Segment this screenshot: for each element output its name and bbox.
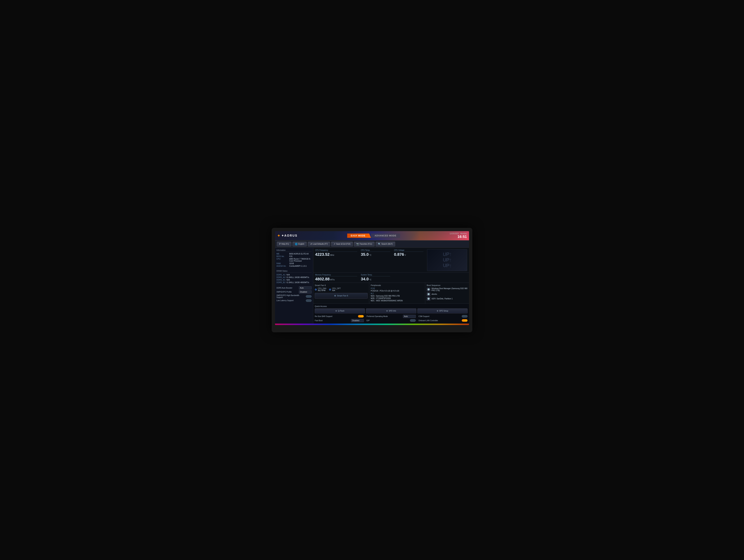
low-latency-row: Low Latency Support xyxy=(276,299,312,302)
preferred-mode-setting: Preferred Operating Mode Auto xyxy=(367,315,416,318)
load-defaults-button[interactable]: ↺ Load Defaults (F7) xyxy=(308,242,330,246)
boot-item-2: 💿 UEFI: SanDisk, Partition 1 xyxy=(427,297,468,301)
dram-a1-row: DDR5_A1 N/A xyxy=(276,274,312,276)
language-button[interactable]: 🌐 English xyxy=(293,242,307,246)
search-icon: 🔍 xyxy=(378,243,381,245)
sys-temp-unit: °C xyxy=(369,279,371,281)
boot-icon-2: 💿 xyxy=(427,297,430,301)
dram-section: DRAM Status DDR5_A1 N/A DDR5_A2 G.SKILL … xyxy=(276,270,312,283)
cpu-fan-rpm: 862 RPM xyxy=(318,289,326,291)
favorites-button[interactable]: 📷 Favorites (F11) xyxy=(354,242,375,246)
cpu-freq-label: CPU Frequency xyxy=(315,249,357,252)
xmp-high-bw-toggle[interactable] xyxy=(306,295,312,298)
sys-temp-value-row: 34.0 °C xyxy=(361,277,390,281)
xmp-expo-select[interactable]: Disabled xyxy=(299,290,312,293)
rainbow-bar xyxy=(275,324,469,325)
csm-setting: CSM Support xyxy=(418,315,468,318)
qflash-button[interactable]: ⚙ Q-Flash xyxy=(315,309,365,313)
preferred-mode-select[interactable]: Auto xyxy=(403,315,416,318)
xmp-expo-label: XMP/EXPO Profile xyxy=(276,291,292,293)
fan-spin-icon: ✿ xyxy=(315,288,317,291)
cpu-voltage-unit: V xyxy=(405,254,406,256)
help-icon: P xyxy=(279,243,281,245)
ram-row: RAM: 32GB xyxy=(276,263,312,265)
fan-items: ✿ CPU_FAN 862 RPM ✿ CPU_OPT N/A xyxy=(315,287,368,291)
help-button[interactable]: P Help (F1) xyxy=(277,242,291,246)
preferred-mode-label: Preferred Operating Mode xyxy=(367,315,402,317)
sys-temp-label: System Temp. xyxy=(361,274,390,276)
aorus-chevron-icon: ✦ xyxy=(277,234,281,238)
resize-bar-toggle[interactable] xyxy=(358,315,364,318)
bios-value: F20 xyxy=(289,255,292,257)
boot-label-2: UEFI: SanDisk, Partition 1 xyxy=(432,298,453,300)
ddr5-booster-select[interactable]: Auto xyxy=(299,286,312,289)
dram-a2-row: DDR5_A2 G.SKILL 16GB 4800MT/s xyxy=(276,276,312,278)
mem-freq-value-row: 4802.88 MT/s xyxy=(315,277,357,281)
middle-row: Smart Fan 6 ✿ CPU_FAN 862 RPM ✿ xyxy=(313,283,469,304)
dram-b1-slot: DDR5_B1 xyxy=(276,279,287,281)
boot-icon-0: 💿 xyxy=(427,288,430,291)
mb-label: MB: xyxy=(276,253,289,255)
quick-settings-row: Re-Size BAR Support Preferred Operating … xyxy=(315,315,468,318)
mem-freq-unit: MT/s xyxy=(330,279,335,281)
save-icon: ↗ xyxy=(334,243,335,245)
tab-easy-mode[interactable]: EASY MODE xyxy=(347,234,371,238)
cpu-opt-name: CPU_OPT xyxy=(332,287,341,289)
favorites-icon: 📷 xyxy=(356,243,359,245)
low-latency-toggle[interactable] xyxy=(306,299,312,302)
smart-fan-button[interactable]: ✿ Smart Fan 6 xyxy=(315,293,368,298)
resize-bar-label: Re-Size BAR Support xyxy=(315,315,357,317)
ram-value: 32GB xyxy=(289,263,294,265)
cpu-opt-value: N/A xyxy=(332,289,341,291)
smart-fan-icon: ✿ xyxy=(334,294,336,297)
peripherals-title: Peripherals xyxy=(371,284,423,286)
mem-freq-value: 4802.88 xyxy=(315,277,330,281)
dram-b2-slot: DDR5_B2 xyxy=(276,281,287,283)
fans-section-title: Smart Fan 6 xyxy=(315,284,368,286)
cpu-freq-value: 4223.52 xyxy=(315,252,330,257)
spd-info-button[interactable]: ⚙ SPD Info xyxy=(366,309,416,313)
toolbar: P Help (F1) 🌐 English ↺ Load Defaults (F… xyxy=(275,241,469,248)
cpu-opt-item: ✿ CPU_OPT N/A xyxy=(329,287,341,291)
left-panel: Information MB: B650 AORUS ELITE AX BIOS… xyxy=(275,248,313,324)
save-exit-button[interactable]: ↗ Save & Exit (F10) xyxy=(331,242,353,246)
dram-b2-row: DDR5_B2 G.SKILL 16GB 4800MT/s xyxy=(276,281,312,283)
fast-boot-select[interactable]: Disabled xyxy=(351,319,364,322)
dram-a2-val: G.SKILL 16GB 4800MT/s xyxy=(287,276,309,278)
cpu-fan-info: CPU_FAN 862 RPM xyxy=(318,287,326,291)
m2a-item: M2A : Samsung SSD 980 PRO 2TB xyxy=(371,295,423,297)
onboard-lan-toggle[interactable] xyxy=(462,319,468,322)
cpu-temp-block: CPU Temp. 35.0 °C xyxy=(361,249,390,271)
stats-section: CPU Frequency 4223.52 MHz CPU Temp. 35.0… xyxy=(313,248,469,273)
dram-b1-val: N/A xyxy=(287,279,290,281)
ram-label: RAM: xyxy=(276,263,289,265)
search-button[interactable]: 🔍 Search (Alt-F) xyxy=(376,242,395,246)
erp-toggle[interactable] xyxy=(410,319,416,322)
cpu-temp-value-row: 35.0 °C xyxy=(361,252,390,257)
spd-setup-icon: ⚙ xyxy=(437,310,438,312)
mode-tabs: EASY MODE ADVANCED MODE xyxy=(347,234,400,238)
cpu-temp-unit: °C xyxy=(369,254,371,256)
cpu-temp-label: CPU Temp. xyxy=(361,249,390,252)
low-latency-label: Low Latency Support xyxy=(276,299,294,302)
csm-toggle[interactable] xyxy=(462,315,468,318)
watermark-text: UP↑UP↑UP↑ xyxy=(443,251,452,269)
peripherals-section: Peripherals PCIE PCIEX16 : PCIe 4.0 x16 … xyxy=(369,283,425,304)
erp-setting: ErP xyxy=(367,319,416,322)
header-bar: ✦ ✦AORUS EASY MODE ADVANCED MODE 12/25/2… xyxy=(275,231,469,241)
spd-setup-button[interactable]: ⚙ SPD Setup xyxy=(417,309,468,313)
pcie-item: PCIEX16 : PCIe 4.0 x16 @ 4.0 x16 xyxy=(371,290,423,292)
m2b-item: M2B : CT2000P5PSSD8 xyxy=(371,297,423,299)
dram-a2-slot: DDR5_A2 xyxy=(276,276,287,278)
tab-advanced-mode[interactable]: ADVANCED MODE xyxy=(371,234,400,238)
cpu-opt-info: CPU_OPT N/A xyxy=(332,287,341,291)
mem-freq-label: Memory Frequency xyxy=(315,274,357,276)
mem-freq-block: Memory Frequency 4802.88 MT/s xyxy=(315,274,357,281)
agesa-value: ComboAM5PI 1.1.0.1 xyxy=(289,265,307,267)
agesa-label: AGESA Ver. xyxy=(276,265,289,267)
m2-category: M.2 xyxy=(371,292,423,294)
quick-access-section: Quick Access ⚙ Q-Flash ⚙ SPD Info ⚙ SPD xyxy=(313,304,469,324)
dram-b2-val: G.SKILL 16GB 4800MT/s xyxy=(287,281,309,283)
dram-a1-slot: DDR5_A1 xyxy=(276,274,287,276)
xmp-high-bw-label: XMP/EXPO High Bandwidth Support xyxy=(276,294,306,298)
